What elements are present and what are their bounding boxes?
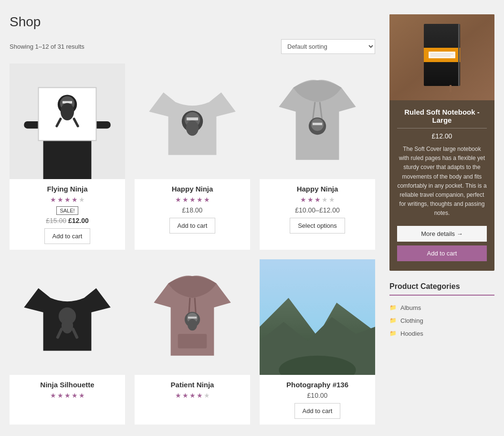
sort-select[interactable]: Default sorting Sort by popularity Sort …: [281, 39, 375, 54]
more-details-button[interactable]: More details →: [397, 226, 487, 242]
product-name: Photography #136: [264, 381, 370, 389]
svg-point-8: [61, 103, 74, 120]
product-name: Happy Ninja: [139, 185, 245, 193]
shop-toolbar: Showing 1–12 of 31 results Default sorti…: [10, 39, 375, 54]
price-range: £10.00–£12.00: [295, 206, 339, 214]
main-content: Shop Showing 1–12 of 31 results Default …: [10, 14, 375, 425]
sale-badge: SALE!: [14, 206, 120, 217]
featured-description: The Soft Cover large notebook with ruled…: [397, 145, 487, 218]
svg-rect-33: [188, 317, 197, 319]
featured-image-wrap: [389, 14, 494, 100]
product-image: [10, 64, 125, 179]
featured-add-to-cart-button[interactable]: Add to cart: [397, 245, 487, 261]
featured-buttons: More details → Add to cart: [397, 226, 487, 261]
product-card: Photography #136 £10.00 Add to cart: [260, 259, 375, 425]
star-icon: ★: [315, 196, 321, 203]
category-label: Albums: [400, 304, 421, 311]
star-rating: ★★★★★: [139, 196, 245, 203]
add-to-cart-button[interactable]: Add to cart: [294, 403, 341, 419]
star-icon: ★: [50, 196, 56, 203]
star-icon: ★: [50, 392, 56, 399]
price-single: £10.00: [307, 392, 328, 399]
star-icon: ★: [57, 196, 63, 203]
product-image: [260, 64, 375, 179]
product-image: [135, 259, 250, 375]
product-price: £10.00–£12.00: [264, 206, 370, 214]
product-categories: Product Categories 📁Albums📁Clothing📁Hood…: [389, 282, 494, 340]
product-info: Ninja Silhouette ★★★★★: [10, 375, 125, 408]
product-info: Patient Ninja ★★★★★: [135, 375, 250, 408]
svg-rect-44: [429, 52, 455, 58]
category-label: Clothing: [400, 317, 423, 324]
star-icon: ★: [197, 196, 203, 203]
folder-icon: 📁: [389, 317, 397, 324]
product-image: [260, 259, 375, 375]
star-rating: ★★★★★: [139, 392, 245, 399]
star-icon: ★: [72, 196, 78, 203]
svg-rect-21: [313, 123, 322, 125]
folder-icon: 📁: [389, 304, 397, 311]
star-icon: ★: [189, 196, 196, 203]
star-icon: ★: [72, 392, 78, 399]
star-icon: ★: [64, 196, 71, 203]
product-info: Happy Ninja ★★★★★ £18.00 Add to cart: [135, 179, 250, 239]
star-icon: ★: [57, 392, 63, 399]
product-name: Patient Ninja: [139, 381, 245, 389]
star-icon: ★: [79, 196, 85, 203]
sidebar: Ruled Soft Notebook - Large £12.00 The S…: [389, 14, 494, 425]
svg-rect-47: [458, 24, 460, 86]
product-info: Happy Ninja ★★★★★ £10.00–£12.00 Select o…: [260, 179, 375, 239]
select-options-button[interactable]: Select options: [290, 218, 345, 234]
star-icon: ★: [307, 196, 314, 203]
product-image: [135, 64, 250, 179]
star-icon: ★: [322, 196, 328, 203]
price-new: £12.00: [68, 217, 89, 224]
category-list: 📁Albums📁Clothing📁Hoodies: [389, 301, 494, 340]
product-price: £15.00£12.00: [14, 217, 120, 224]
price-old: £15.00: [46, 217, 66, 224]
star-rating: ★★★★★: [14, 196, 120, 203]
folder-icon: 📁: [389, 330, 397, 337]
product-info: Flying Ninja ★★★★★ SALE! £15.00£12.00 Ad…: [10, 179, 125, 250]
star-icon: ★: [204, 392, 210, 399]
svg-point-15: [186, 120, 199, 136]
star-icon: ★: [204, 196, 210, 203]
categories-title: Product Categories: [389, 282, 494, 296]
product-name: Flying Ninja: [14, 185, 120, 193]
add-to-cart-button[interactable]: Add to cart: [169, 218, 216, 234]
featured-content: Ruled Soft Notebook - Large £12.00 The S…: [389, 100, 494, 271]
price-single: £18.00: [182, 206, 203, 214]
product-card: Ninja Silhouette ★★★★★: [10, 259, 125, 425]
product-price: £10.00: [264, 392, 370, 399]
add-to-cart-button[interactable]: Add to cart: [44, 228, 91, 244]
results-count: Showing 1–12 of 31 results: [10, 43, 84, 50]
star-icon: ★: [197, 392, 203, 399]
product-image: [10, 259, 125, 375]
category-item[interactable]: 📁Hoodies: [389, 327, 494, 340]
svg-point-24: [62, 318, 73, 333]
svg-rect-14: [187, 117, 198, 120]
product-card: Happy Ninja ★★★★★ £10.00–£12.00 Select o…: [260, 64, 375, 250]
product-info: Photography #136 £10.00 Add to cart: [260, 375, 375, 425]
product-card: Happy Ninja ★★★★★ £18.00 Add to cart: [135, 64, 250, 250]
svg-point-34: [188, 319, 197, 330]
product-name: Ninja Silhouette: [14, 381, 120, 389]
svg-rect-28: [178, 334, 207, 348]
page-title: Shop: [10, 14, 375, 30]
category-item[interactable]: 📁Albums: [389, 301, 494, 314]
notebook-image: [389, 14, 494, 100]
star-icon: ★: [300, 196, 306, 203]
star-icon: ★: [329, 196, 335, 203]
featured-product: Ruled Soft Notebook - Large £12.00 The S…: [389, 14, 494, 271]
products-grid: Flying Ninja ★★★★★ SALE! £15.00£12.00 Ad…: [10, 64, 375, 425]
category-item[interactable]: 📁Clothing: [389, 314, 494, 327]
star-rating: ★★★★★: [14, 392, 120, 399]
product-name: Happy Ninja: [264, 185, 370, 193]
star-icon: ★: [182, 196, 189, 203]
featured-price: £12.00: [397, 132, 487, 140]
star-icon: ★: [175, 392, 181, 399]
star-icon: ★: [175, 196, 181, 203]
star-icon: ★: [189, 392, 196, 399]
product-card: Flying Ninja ★★★★★ SALE! £15.00£12.00 Ad…: [10, 64, 125, 250]
star-rating: ★★★★★: [264, 196, 370, 203]
